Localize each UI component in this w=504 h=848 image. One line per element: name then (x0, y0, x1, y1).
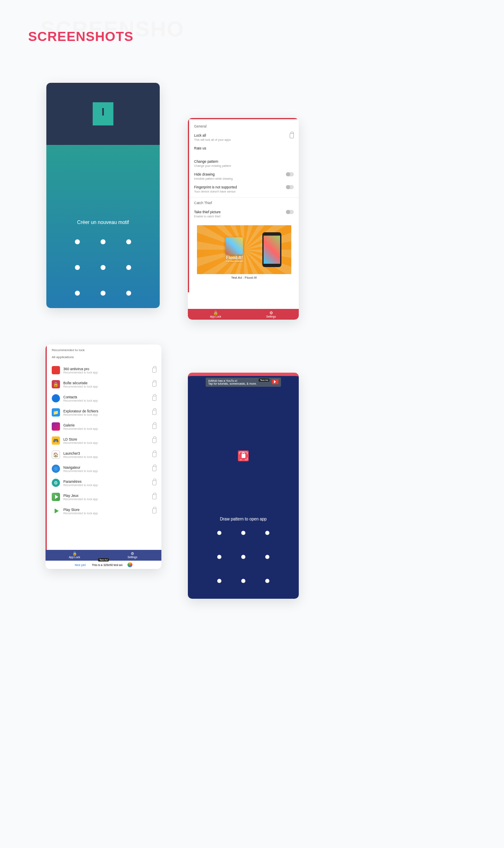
ad-caption: Test Ad : Flood-It! (197, 276, 291, 279)
page-title: SCREENSHOTS (28, 29, 134, 44)
app-icon: 🏠 (52, 450, 60, 459)
screenshot-create-pattern: Créer un nouveau motif (46, 83, 160, 308)
app-subtitle: Recommended to lock app (63, 399, 152, 402)
ad-banner[interactable]: Flood-It! For the Android Test Ad : Floo… (197, 225, 291, 279)
pattern-dot[interactable] (265, 579, 269, 583)
pattern-dot[interactable] (126, 265, 131, 270)
pattern-dot[interactable] (101, 265, 106, 270)
pattern-dot[interactable] (217, 531, 221, 535)
pattern-dot[interactable] (217, 579, 221, 583)
app-row[interactable]: 👤ContactsRecommended to lock app (52, 391, 156, 405)
app-row[interactable]: 🔒Boîte sécuriséeRecommended to lock app (52, 377, 156, 391)
pattern-dot[interactable] (265, 555, 269, 559)
screenshot-app-list: Recommended to lock All applications 360… (46, 344, 161, 569)
ad-cube-icon (226, 237, 243, 255)
lock-toggle-icon[interactable] (152, 424, 156, 429)
lock-icon (93, 102, 113, 125)
app-icon: 🔒 (52, 380, 60, 388)
pattern-dot[interactable] (75, 239, 80, 244)
lock-toggle-icon[interactable] (152, 466, 156, 471)
pattern-instruction: Draw pattern to open app (188, 517, 299, 521)
app-subtitle: Recommended to lock app (63, 413, 152, 416)
pattern-dot[interactable] (241, 579, 245, 583)
pattern-instruction: Créer un nouveau motif (77, 219, 129, 225)
app-name: Paramètres (63, 479, 152, 484)
lock-toggle-icon[interactable] (152, 452, 156, 457)
pattern-grid[interactable] (217, 531, 269, 583)
toggle-icon (286, 185, 294, 189)
divider (189, 197, 299, 198)
ad-phone-icon (262, 232, 281, 267)
app-subtitle: Recommended to lock app (63, 498, 152, 501)
lock-toggle-icon[interactable] (152, 508, 156, 513)
pattern-dot[interactable] (241, 555, 245, 559)
lock-toggle-icon[interactable] (152, 480, 156, 485)
app-name: Navigateur (63, 465, 152, 470)
ad-badge: Test Ad (98, 558, 109, 561)
app-name: 360 antivirus pro (63, 367, 152, 371)
lock-toggle-icon[interactable] (152, 396, 156, 401)
pattern-dot[interactable] (217, 555, 221, 559)
app-row[interactable]: Play JeuxRecommended to lock app (52, 490, 156, 504)
app-row[interactable]: ⚙ParamètresRecommended to lock app (52, 476, 156, 490)
toggle-icon[interactable] (286, 172, 294, 176)
app-icon: ⚙ (52, 479, 60, 487)
app-subtitle: Recommended to lock app (63, 371, 152, 374)
app-name: Galerie (63, 423, 152, 427)
pattern-dot[interactable] (75, 265, 80, 270)
app-icon (52, 507, 60, 515)
setting-rate-us[interactable]: Rate us (194, 144, 294, 153)
setting-lock-all[interactable]: Lock all This will lock all of your apps (194, 131, 294, 144)
section-general: General (194, 124, 294, 128)
lock-icon (290, 133, 294, 138)
setting-take-thief-picture[interactable]: Take thief picture Enable to catch thief… (194, 207, 294, 220)
app-row[interactable]: 🎮LD StoreRecommended to lock app (52, 434, 156, 448)
pattern-dot[interactable] (241, 531, 245, 535)
app-row[interactable]: 360 antivirus proRecommended to lock app (52, 363, 156, 377)
lock-icon: 🔒 (72, 552, 77, 556)
pattern-dot[interactable] (101, 291, 106, 296)
pattern-dot[interactable] (75, 291, 80, 296)
pattern-dot[interactable] (126, 239, 131, 244)
lock-toggle-icon[interactable] (152, 494, 156, 499)
app-name: LD Store (63, 437, 152, 441)
lock-toggle-icon[interactable] (152, 382, 156, 387)
lock-toggle-icon[interactable] (152, 368, 156, 373)
pattern-area[interactable]: Créer un nouveau motif (46, 145, 160, 308)
app-row[interactable]: 📁Explorateur de fichiersRecommended to l… (52, 405, 156, 419)
pattern-grid[interactable] (75, 239, 131, 296)
app-subtitle: Recommended to lock app (63, 512, 152, 515)
app-row[interactable]: GalerieRecommended to lock app (52, 419, 156, 434)
header-all-applications: All applications (52, 355, 156, 359)
app-row[interactable]: Play StoreRecommended to lock app (52, 504, 156, 518)
nav-settings[interactable]: ⚙ Settings (103, 550, 161, 561)
lock-toggle-icon[interactable] (152, 438, 156, 443)
gear-icon: ⚙ (269, 311, 273, 315)
app-icon: 🎮 (52, 436, 60, 445)
app-subtitle: Recommended to lock app (63, 427, 152, 430)
pattern-dot[interactable] (101, 239, 106, 244)
nav-app-lock[interactable]: 🔒 App Lock (46, 550, 103, 561)
setting-hide-drawing[interactable]: Hide drawing Invisible pattern while dra… (194, 170, 294, 183)
pattern-dot[interactable] (126, 291, 131, 296)
nav-settings[interactable]: ⚙ Settings (243, 309, 299, 320)
app-row[interactable]: 🏠Launcher3Recommended to lock app (52, 448, 156, 462)
lock-toggle-icon[interactable] (152, 410, 156, 415)
screenshot-settings: General Lock all This will lock all of y… (188, 118, 299, 320)
ad-banner[interactable]: Test Ad Nice job! This is a 320x50 test … (46, 561, 161, 569)
page-header: SCREENSHO SCREENSHOTS (28, 21, 504, 50)
ad-banner[interactable]: AdMob has a YouTu Test Ad s! Tap for tut… (206, 378, 281, 387)
app-name: Play Store (63, 508, 152, 512)
toggle-icon[interactable] (286, 210, 294, 214)
gear-icon: ⚙ (131, 552, 134, 556)
setting-change-pattern[interactable]: Change pattern Change your existing patt… (194, 157, 294, 170)
lock-icon: 🔒 (213, 311, 218, 315)
app-subtitle: Recommended to lock app (63, 484, 152, 487)
nav-app-lock[interactable]: 🔒 App Lock (188, 309, 243, 320)
pattern-dot[interactable] (265, 531, 269, 535)
app-subtitle: Recommended to lock app (63, 385, 152, 388)
app-name: Contacts (63, 395, 152, 399)
app-row[interactable]: NavigateurRecommended to lock app (52, 462, 156, 476)
lock-icon (242, 454, 245, 458)
app-subtitle: Recommended to lock app (63, 455, 152, 458)
